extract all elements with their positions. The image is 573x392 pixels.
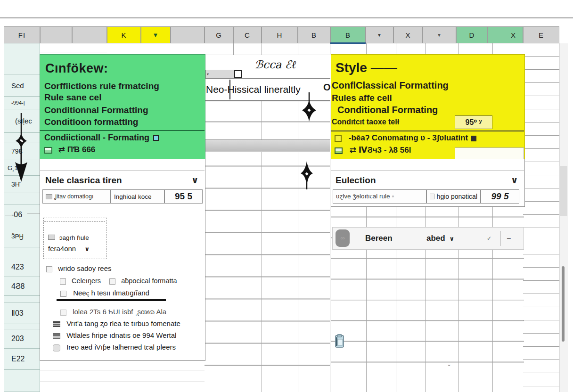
row-header[interactable]	[4, 296, 40, 302]
long-down-arrow-icon	[13, 113, 31, 184]
column-header[interactable]	[171, 26, 205, 43]
selection-rule-input[interactable]: ʋɀlve ǯǝlоıtıꞇal rule ◦	[333, 189, 426, 204]
yellow-icons-row[interactable]: ⇄ ⅣϨч3 - λ8 56l	[335, 145, 411, 155]
checkbox-row[interactable]: Neeꞔ h tesıı ılmatıgıĩand	[60, 289, 149, 297]
small-outline-square	[234, 70, 242, 78]
list-item[interactable]: Ireo aed iVıƥe Ialherned tꞇal pleers	[53, 343, 176, 351]
column-header-b[interactable]: B	[298, 26, 330, 43]
green-icons-label: ⇄ ΠƁ 666	[58, 145, 96, 154]
scrollbar-thumb-dark[interactable]	[562, 266, 565, 342]
dark-swatch-icon[interactable]	[471, 136, 476, 141]
checkbox-label: wrido sadoy rees	[58, 264, 111, 272]
row-dash-decoration	[27, 213, 40, 213]
row-header[interactable]: 203	[4, 329, 40, 349]
section-divider	[331, 171, 524, 171]
scrollbar-thumb[interactable]	[559, 166, 567, 216]
green-icons-row[interactable]: ⇄ ΠƁ 666	[44, 145, 95, 155]
column-header-b-selected[interactable]: B	[330, 26, 366, 43]
checkbox-label: Neeꞔ h tesıı ılmatıgıĩand	[73, 289, 149, 297]
row-header[interactable]: 4Ϩ8	[4, 277, 40, 296]
chevron-down-icon[interactable]: ∨	[191, 175, 198, 186]
abed-dropdown[interactable]: abed ∨	[426, 234, 454, 243]
green-panel-line: Rule sane cel	[44, 92, 101, 103]
list-item[interactable]: Vrıt'a tang ʐo rlea te tırbuɔ fomenate	[53, 319, 180, 327]
checkbox[interactable]	[60, 310, 66, 316]
list-item[interactable]: Wtlales ɦripe ıdnatıs oe 994 Wertal	[53, 331, 176, 339]
row-header[interactable]: -994-|	[4, 97, 40, 109]
row-header[interactable]: Sed	[4, 74, 40, 97]
yellow-rule-row[interactable]: -bēaʔ Conʋmatıng ʋ - 3ʃʋluatint	[335, 133, 476, 143]
selection-value-input[interactable]: 99 5	[481, 189, 519, 204]
checkbox-row[interactable]: wrido sadoy rees	[46, 264, 112, 272]
checkbox-label: aƀpocical formatta	[121, 277, 177, 285]
column-header-e[interactable]: E	[523, 26, 559, 43]
yellow-rule-label: -bēaʔ Conʋmatıng ʋ - 3ʃʋluatint	[349, 133, 468, 142]
grid-line	[40, 382, 205, 382]
checkbox-row[interactable]: Celeıŋers aƀpocical formatta	[60, 277, 177, 285]
down-arrow-star-icon	[301, 92, 318, 126]
bereen-label: Bereen	[365, 234, 393, 243]
row-header[interactable]	[4, 193, 40, 204]
checkbox[interactable]	[335, 135, 342, 142]
rule-value-input[interactable]: 95 5	[164, 189, 203, 204]
column-header[interactable]	[40, 26, 72, 43]
rule-type-input[interactable]: Inghiоal kоce	[111, 189, 164, 204]
column-header-d-selected[interactable]: D	[456, 26, 488, 43]
color-swatch-icon[interactable]	[153, 135, 159, 141]
clipboard-icon[interactable]	[335, 334, 346, 349]
row-header[interactable]	[4, 43, 40, 74]
list-item-label: lolea 2Ts 6 ƄULіsbƭ ˌʂɑϰɷ Ala	[73, 308, 166, 316]
column-header-g[interactable]: G	[205, 26, 233, 43]
column-header-x[interactable]: X	[393, 26, 423, 43]
dashed-box-line2[interactable]: fera4onn ∨	[48, 245, 90, 253]
column-header-k[interactable]: K	[107, 26, 141, 43]
row-header[interactable]	[4, 247, 40, 257]
logical-option-input[interactable]: hgio ponǝtical	[426, 189, 481, 204]
collapsed-toolbar-strip[interactable]: ▾▾	[205, 70, 237, 78]
check-mark[interactable]: ✓	[487, 235, 491, 242]
row-header[interactable]	[4, 370, 40, 392]
checkbox[interactable]	[46, 266, 52, 272]
rule-name-input[interactable]: ʝitаv dornatiogı	[42, 189, 111, 204]
green-panel-divider	[40, 130, 205, 131]
list-item-label: Ireo aed iVıƥe Ialherned tꞇal pleers	[66, 343, 176, 351]
column-header-fi[interactable]: FI	[4, 26, 40, 43]
selection-rule-value: ʋɀlve ǯǝlоıtıꞇal rule ◦	[336, 193, 394, 200]
percent-dropdown[interactable]: 95⁰ ʸ	[455, 115, 492, 129]
section-divider	[40, 171, 205, 171]
row-header[interactable]: ӞҎӇ	[4, 225, 40, 247]
green-rule-row[interactable]: Condiictionall - Formating	[44, 133, 159, 143]
yellow-panel-subtitle: Condıtcıt taoxe telł	[332, 118, 399, 126]
filter-icon[interactable]: ▼	[366, 26, 393, 43]
chevron-down-icon[interactable]: ∨	[84, 245, 90, 253]
list-item[interactable]: lolea 2Ts 6 ƄULіsbƭ ˌʂɑϰɷ Ala	[60, 308, 166, 316]
green-panel-line: Corffiictions rule frmatcing	[44, 81, 159, 91]
table-icon[interactable]	[44, 147, 52, 154]
column-header-c[interactable]: C	[233, 26, 262, 43]
checkbox[interactable]	[60, 291, 66, 297]
shaded-band	[205, 139, 330, 152]
chevron-down-icon: ∨	[449, 235, 454, 242]
row-header[interactable]	[4, 324, 40, 329]
filter-icon[interactable]: ▼	[423, 26, 456, 43]
yellow-panel-line: Rules affe cell	[332, 93, 392, 103]
column-header-h[interactable]: H	[262, 26, 298, 43]
grid-rows-e-column	[523, 43, 560, 392]
yellow-panel-title: Style ——	[336, 60, 397, 75]
minus-button[interactable]: –	[507, 234, 511, 242]
checkbox[interactable]	[109, 278, 115, 285]
checkbox[interactable]	[60, 278, 66, 285]
row-header[interactable]: E22	[4, 349, 40, 370]
row-header[interactable]: 423	[4, 257, 40, 277]
column-header-x-selected[interactable]: X	[488, 26, 523, 43]
checkbox[interactable]	[430, 194, 434, 199]
app-icon[interactable]: co	[336, 229, 350, 247]
chevron-down-icon[interactable]: ∨	[511, 175, 518, 186]
small-box-icon	[48, 235, 55, 240]
left-section-heading: Nele clasrica tiren	[45, 175, 122, 186]
grid-line	[40, 370, 205, 370]
filter-dropdown-icon[interactable]: ▼	[141, 26, 171, 43]
table-icon[interactable]	[335, 147, 343, 154]
column-header[interactable]	[72, 26, 107, 43]
row-header[interactable]: Ⅱ03	[4, 302, 40, 324]
